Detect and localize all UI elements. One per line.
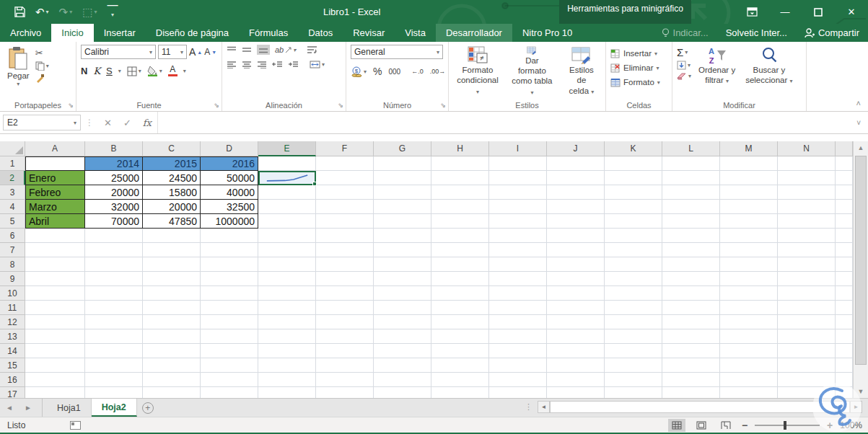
cell-I2[interactable] xyxy=(489,171,547,185)
cell-partial-7[interactable] xyxy=(836,243,853,257)
cell-E7[interactable] xyxy=(258,243,316,257)
cell-M4[interactable] xyxy=(720,200,778,214)
cell-H10[interactable] xyxy=(431,286,489,301)
cell-E11[interactable] xyxy=(258,301,316,315)
cell-partial-1[interactable] xyxy=(836,156,853,171)
sort-filter-button[interactable]: A Z Ordenar y filtrar ▾ xyxy=(696,45,738,98)
column-header-N[interactable]: N xyxy=(778,141,836,156)
expand-formula-bar-icon[interactable]: ˅ xyxy=(849,119,868,127)
cell-E15[interactable] xyxy=(258,358,316,373)
normal-view-button[interactable] xyxy=(668,419,685,432)
cell-I3[interactable] xyxy=(489,185,547,200)
cell-N5[interactable] xyxy=(778,214,836,229)
cell-A12[interactable] xyxy=(25,315,85,329)
cell-C4[interactable]: 20000 xyxy=(143,200,201,214)
cell-J14[interactable] xyxy=(547,344,605,358)
cell-G10[interactable] xyxy=(374,286,431,301)
row-header-1[interactable]: 1 xyxy=(0,156,25,171)
vertical-scrollbar[interactable]: ▲ ▼ xyxy=(853,141,868,398)
cell-M12[interactable] xyxy=(720,315,778,329)
wrap-text-button[interactable] xyxy=(307,45,317,54)
zoom-slider[interactable] xyxy=(755,425,820,426)
align-center-button[interactable] xyxy=(242,61,252,68)
cell-J13[interactable] xyxy=(547,329,605,344)
cell-G7[interactable] xyxy=(374,243,431,257)
zoom-out-button[interactable]: − xyxy=(742,420,748,431)
cell-D10[interactable] xyxy=(201,286,258,301)
cell-G2[interactable] xyxy=(374,171,431,185)
cell-A10[interactable] xyxy=(25,286,85,301)
cell-B12[interactable] xyxy=(85,315,143,329)
cell-K13[interactable] xyxy=(605,329,662,344)
row-header-17[interactable]: 17 xyxy=(0,387,25,398)
row-header-9[interactable]: 9 xyxy=(0,272,25,286)
cell-D4[interactable]: 32500 xyxy=(201,200,258,214)
cell-A6[interactable] xyxy=(25,229,85,243)
cell-D2[interactable]: 50000 xyxy=(201,171,258,185)
name-box[interactable]: E2▾ xyxy=(3,115,81,130)
cell-F10[interactable] xyxy=(316,286,374,301)
row-header-4[interactable]: 4 xyxy=(0,200,25,214)
cell-J16[interactable] xyxy=(547,373,605,387)
cell-partial-17[interactable] xyxy=(836,387,853,398)
cell-I1[interactable] xyxy=(489,156,547,171)
cell-G9[interactable] xyxy=(374,272,431,286)
cell-C8[interactable] xyxy=(143,257,201,272)
cell-C5[interactable]: 47850 xyxy=(143,214,201,229)
column-header-M[interactable]: M xyxy=(720,141,778,156)
row-header-14[interactable]: 14 xyxy=(0,344,25,358)
cell-G17[interactable] xyxy=(374,387,431,398)
ribbon-display-options-button[interactable] xyxy=(735,0,768,24)
row-header-8[interactable]: 8 xyxy=(0,257,25,272)
cell-K7[interactable] xyxy=(605,243,662,257)
cell-partial-15[interactable] xyxy=(836,358,853,373)
horizontal-scroll-thumb[interactable] xyxy=(550,401,850,413)
cell-K17[interactable] xyxy=(605,387,662,398)
column-header-A[interactable]: A xyxy=(25,141,85,156)
sheet-nav-left-icon[interactable]: ◄ xyxy=(0,399,19,417)
cell-L7[interactable] xyxy=(662,243,720,257)
cell-L5[interactable] xyxy=(662,214,720,229)
cell-partial-10[interactable] xyxy=(836,286,853,301)
cell-D7[interactable] xyxy=(201,243,258,257)
cell-G16[interactable] xyxy=(374,373,431,387)
cell-A15[interactable] xyxy=(25,358,85,373)
clear-button[interactable]: ▾ xyxy=(677,72,691,80)
cell-G13[interactable] xyxy=(374,329,431,344)
cell-F3[interactable] xyxy=(316,185,374,200)
row-header-13[interactable]: 13 xyxy=(0,329,25,344)
cell-L15[interactable] xyxy=(662,358,720,373)
clipboard-dialog-launcher[interactable]: ⇘ xyxy=(68,102,74,109)
cell-B7[interactable] xyxy=(85,243,143,257)
cell-M13[interactable] xyxy=(720,329,778,344)
column-header-E[interactable]: E xyxy=(258,141,316,156)
cell-B14[interactable] xyxy=(85,344,143,358)
cell-D11[interactable] xyxy=(201,301,258,315)
font-color-button[interactable]: A xyxy=(168,66,177,76)
cell-E8[interactable] xyxy=(258,257,316,272)
cell-L2[interactable] xyxy=(662,171,720,185)
underline-button[interactable]: S xyxy=(106,66,113,76)
cell-F8[interactable] xyxy=(316,257,374,272)
cell-H4[interactable] xyxy=(431,200,489,214)
cell-partial-6[interactable] xyxy=(836,229,853,243)
cell-D9[interactable] xyxy=(201,272,258,286)
tab-datos[interactable]: Datos xyxy=(298,24,343,42)
font-dialog-launcher[interactable]: ⇘ xyxy=(214,102,219,109)
bold-button[interactable]: N xyxy=(81,66,87,76)
zoom-in-button[interactable]: + xyxy=(827,420,833,431)
column-header-D[interactable]: D xyxy=(201,141,258,156)
cell-H3[interactable] xyxy=(431,185,489,200)
cell-A16[interactable] xyxy=(25,373,85,387)
cell-C15[interactable] xyxy=(143,358,201,373)
cell-J12[interactable] xyxy=(547,315,605,329)
maximize-button[interactable] xyxy=(802,0,835,24)
cell-I6[interactable] xyxy=(489,229,547,243)
cell-H1[interactable] xyxy=(431,156,489,171)
cell-I16[interactable] xyxy=(489,373,547,387)
italic-button[interactable]: K xyxy=(93,66,100,76)
underline-dropdown[interactable]: ▾ xyxy=(118,68,121,74)
cell-partial-5[interactable] xyxy=(836,214,853,229)
cell-F11[interactable] xyxy=(316,301,374,315)
cell-H12[interactable] xyxy=(431,315,489,329)
